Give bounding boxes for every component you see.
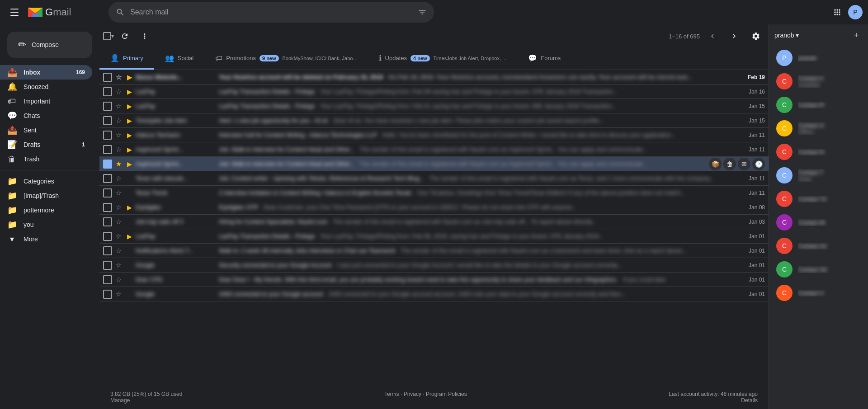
email-row[interactable]: ☆ ▶ LazPay LazPay Transaction Details - …	[99, 99, 769, 113]
sidebar-item-snoozed[interactable]: 🔔 Snoozed	[0, 80, 92, 94]
tab-promotions[interactable]: 🏷 Promotions 9 new BookMyShow, ICICI Ban…	[204, 48, 368, 70]
search-bar[interactable]	[108, 2, 434, 23]
email-row[interactable]: ☆ ▶ Dear CPD Dear Dear I - My friends. W…	[99, 273, 769, 287]
row-checkbox[interactable]	[103, 203, 112, 212]
row-checkbox[interactable]	[103, 217, 112, 226]
star-icon[interactable]: ☆	[114, 174, 123, 183]
chat-contact-item[interactable]: P pranob	[771, 46, 866, 70]
sidebar-item-drafts[interactable]: 📝 Drafts 1	[0, 137, 92, 152]
row-checkbox[interactable]	[103, 116, 112, 125]
star-icon[interactable]: ☆	[114, 117, 123, 125]
star-icon[interactable]: ★	[114, 160, 123, 168]
email-row[interactable]: ☆ ▶ LazPay LazPay Transaction Details - …	[99, 229, 769, 244]
chat-contact-item[interactable]: C Contact M	[771, 211, 866, 234]
chat-contact-item[interactable]: C Contact T Away	[771, 164, 866, 187]
row-checkbox[interactable]	[103, 232, 112, 241]
next-page-button[interactable]	[725, 27, 743, 45]
star-icon[interactable]: ☆	[114, 146, 123, 154]
chat-contact-item[interactable]: C Contact R	[771, 93, 866, 117]
email-row[interactable]: ☆ ▶ Aspirnovit Sprint... Job: Walk-in in…	[99, 142, 769, 157]
chat-contact-item[interactable]: C Contact T2	[771, 187, 866, 211]
star-icon[interactable]: ☆	[114, 218, 123, 226]
star-icon[interactable]: ☆	[114, 290, 123, 298]
star-icon[interactable]: ☆	[114, 189, 123, 197]
gmail-logo[interactable]: Gmail	[27, 6, 71, 19]
star-icon[interactable]: ☆	[114, 131, 123, 139]
star-icon[interactable]: ☆	[114, 203, 123, 212]
search-input[interactable]	[130, 8, 412, 16]
apps-button[interactable]	[828, 3, 846, 21]
email-row[interactable]: ☆ ▶ Terao Trend 2 interview invitation i…	[99, 186, 769, 200]
select-all-dropdown[interactable]: ▾	[111, 33, 114, 39]
email-row[interactable]: ☆ ▶ Timesjobs Job Alert Alert: 1 new job…	[99, 113, 769, 128]
sidebar-item-you[interactable]: 📁 you	[0, 217, 92, 232]
star-icon[interactable]: ☆	[114, 102, 123, 110]
email-row[interactable]: ☆ ▶ Notifications Alerts T... Walk In: 2…	[99, 244, 769, 258]
tab-social[interactable]: 👥 Social	[154, 48, 204, 70]
chat-contact-item[interactable]: C Contact A2	[771, 234, 866, 258]
row-checkbox[interactable]	[103, 102, 112, 111]
chat-contact-item[interactable]: C Contact A Available	[771, 70, 866, 93]
sidebar-item-chats[interactable]: 💬 Chats	[0, 108, 92, 123]
sidebar-item-categories[interactable]: 📁 Categories	[0, 174, 92, 188]
email-row[interactable]: ☆ ▶ Google 2493 connected to your Google…	[99, 287, 769, 301]
row-checkbox[interactable]	[103, 188, 112, 197]
terms-link[interactable]: Terms	[384, 391, 399, 397]
settings-button[interactable]	[747, 27, 765, 45]
refresh-button[interactable]	[116, 27, 134, 45]
row-checkbox[interactable]	[103, 174, 112, 183]
privacy-link[interactable]: Privacy	[404, 391, 421, 397]
user-avatar[interactable]: P	[848, 5, 863, 19]
details-link[interactable]: Details	[741, 397, 758, 404]
email-row[interactable]: ☆ ▶ Job trap sails off 3 Hiring for Cont…	[99, 215, 769, 229]
chat-contact-item[interactable]: C Contact N	[771, 140, 866, 164]
row-checkbox[interactable]	[103, 131, 112, 140]
sidebar-item-important[interactable]: 🏷 Important	[0, 94, 92, 108]
compose-button[interactable]: ✏ Compose	[7, 32, 92, 58]
row-checkbox[interactable]	[103, 145, 112, 154]
email-row[interactable]: ★ ▶ Aspirnovit Sprint... Job: Walk-in in…	[99, 157, 769, 171]
delete-btn[interactable]: 🗑	[723, 158, 736, 170]
email-row[interactable]: ☆ ▶ Adecco Techserv Interview Call for C…	[99, 128, 769, 142]
chat-contact-item[interactable]: C Contact V	[771, 281, 866, 305]
email-row[interactable]: ☆ ▶ LazPay LazPay Transaction Details - …	[99, 85, 769, 99]
prev-page-button[interactable]	[703, 27, 722, 45]
star-icon[interactable]: ☆	[114, 261, 123, 269]
tab-updates[interactable]: ℹ Updates 4 new TimesJobs Job Alert, Dro…	[368, 48, 518, 70]
email-row[interactable]: ☆ ▶ Nexus Website... Your Hostrice accou…	[99, 70, 769, 85]
chat-contact-item[interactable]: C Contact S2	[771, 258, 866, 281]
row-checkbox[interactable]	[103, 261, 112, 270]
sidebar-item-trash[interactable]: 🗑 Trash	[0, 152, 92, 166]
row-checkbox[interactable]	[103, 87, 112, 96]
search-filter-icon[interactable]	[418, 8, 427, 17]
row-checkbox[interactable]	[103, 246, 112, 255]
star-icon[interactable]: ☆	[114, 232, 123, 240]
star-icon[interactable]: ☆	[114, 88, 123, 96]
mark-read-btn[interactable]: ✉	[738, 158, 750, 170]
star-icon[interactable]: ☆	[114, 247, 123, 255]
archive-btn[interactable]: 📦	[709, 158, 722, 170]
sidebar-item-pottermore[interactable]: 📁 pottermore	[0, 203, 92, 217]
email-row[interactable]: ☆ ▶ Terao with educati... Job: Content w…	[99, 171, 769, 186]
row-checkbox[interactable]	[103, 73, 112, 82]
sidebar-item-imap-trash[interactable]: 📁 [Imap]/Trash	[0, 188, 92, 203]
program-policies-link[interactable]: Program Policies	[426, 391, 467, 397]
row-checkbox[interactable]	[103, 275, 112, 284]
select-all-checkbox[interactable]	[103, 32, 111, 40]
row-checkbox[interactable]	[103, 290, 112, 299]
sidebar-item-inbox[interactable]: 📥 Inbox 169	[0, 65, 92, 80]
star-icon[interactable]: ☆	[114, 276, 123, 284]
snooze-btn[interactable]: 🕐	[752, 158, 765, 170]
add-chat-button[interactable]: +	[850, 29, 863, 42]
row-checkbox[interactable]	[103, 160, 112, 169]
star-icon[interactable]: ☆	[114, 73, 123, 81]
manage-link[interactable]: Manage	[110, 397, 130, 404]
email-row[interactable]: ☆ ▶ Google Security connected to your Go…	[99, 258, 769, 273]
sidebar-item-sent[interactable]: 📤 Sent	[0, 123, 92, 137]
chat-contact-item[interactable]: C Contact S Offline	[771, 117, 866, 140]
sidebar-item-more[interactable]: ▾ More	[0, 232, 92, 246]
more-options-button[interactable]	[136, 27, 154, 45]
tab-primary[interactable]: 👤 Primary	[99, 48, 154, 70]
email-row[interactable]: ☆ ▶ Eqridgilec Eqridgilec OTP Dear Custo…	[99, 200, 769, 215]
tab-forums[interactable]: 💬 Forums	[517, 48, 571, 70]
